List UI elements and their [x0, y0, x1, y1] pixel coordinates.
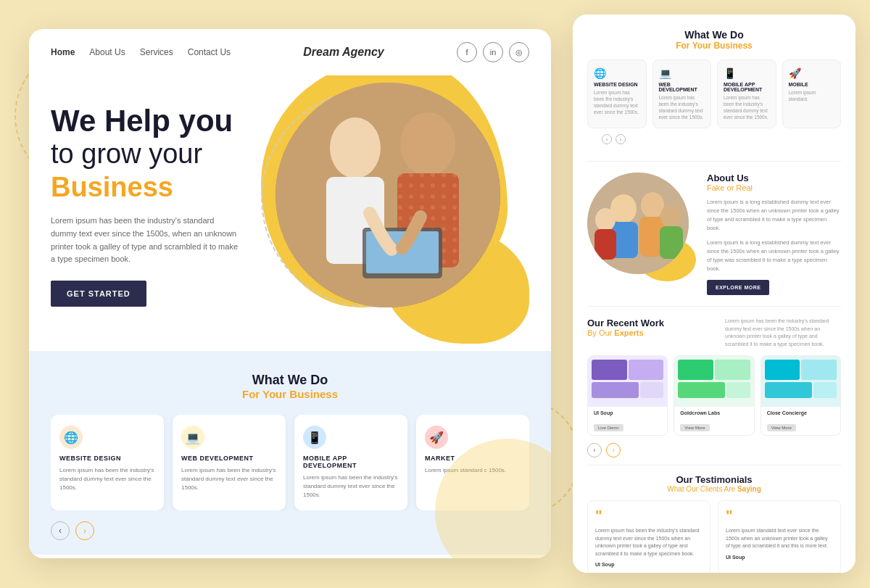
right-dot-next[interactable]: ›	[616, 134, 626, 144]
right-service-icon-3: 🚀	[789, 67, 835, 79]
about-section: About Us Fake or Real Lorem ipsum is a l…	[573, 162, 856, 306]
service-icon-2: 📱	[303, 426, 326, 449]
what-we-do-title: What We Do	[51, 373, 529, 388]
right-wwd-sub-accent: Business	[713, 41, 752, 51]
svg-point-3	[400, 112, 455, 176]
section-sub-accent: Business	[289, 388, 338, 400]
service-icon-1: 💻	[181, 426, 204, 449]
hero-heading-light: to grow your	[51, 138, 268, 171]
test-author-1: UI Soup	[726, 555, 833, 560]
about-title: About Us	[707, 173, 841, 183]
right-service-card-2: 📱 MOBILE APP DEVELOPMENT Lorem ipsum has…	[717, 59, 776, 128]
what-we-do-subtitle: For Your Business	[51, 388, 529, 400]
about-desc-2: Lorem ipsum is a long established dummy …	[707, 239, 841, 273]
recent-work-desc: Lorem ipsum has been the industry's stan…	[725, 318, 841, 348]
work-card-2: Close Concierge View More	[761, 355, 841, 436]
work-card-0: UI Soup Live Demo	[587, 355, 668, 436]
hero-section: We Help you to grow your Business Lorem …	[29, 75, 551, 351]
work-card-img-0	[588, 356, 667, 407]
right-service-card-0: 🌐 WEBSITE DESIGN Lorem ipsum has been th…	[587, 59, 647, 128]
work-cards-row: UI Soup Live Demo Goldcrown Labs View Mo…	[587, 355, 841, 436]
carousel-prev[interactable]: ‹	[51, 521, 70, 540]
right-panel: What We Do For Your Business 🌐 WEBSITE D…	[573, 15, 856, 573]
rw-arrow-prev[interactable]: ‹	[587, 443, 602, 457]
rw-arrow-next[interactable]: ›	[606, 443, 621, 457]
svg-point-14	[660, 204, 681, 228]
right-wwd-sub-text: For Your	[676, 41, 711, 51]
recent-work-title-col: Our Recent Work By Our Experts	[587, 318, 664, 337]
right-what-we-do-section: What We Do For Your Business 🌐 WEBSITE D…	[573, 15, 856, 161]
test-text-0: Lorem ipsum has been the industry's stan…	[595, 527, 703, 558]
quote-icon-0: "	[595, 508, 703, 523]
nav-links: Home About Us Services Contact Us	[51, 47, 231, 57]
nav-contact[interactable]: Contact Us	[188, 47, 231, 57]
work-card-btn-2[interactable]: View More	[767, 424, 796, 431]
right-service-title-0: WEBSITE DESIGN	[594, 82, 640, 87]
test-card-1: " Lorem ipsum standard text ever since t…	[718, 500, 841, 573]
test-sub-text: What Our Clients Are	[667, 485, 735, 493]
about-sub: Fake or Real	[707, 183, 841, 192]
get-started-button[interactable]: GET STARTED	[51, 281, 146, 307]
right-service-title-2: MOBILE APP DEVELOPMENT	[724, 82, 770, 92]
right-wwd-sub: For Your Business	[587, 41, 841, 51]
right-service-icon-0: 🌐	[594, 67, 640, 79]
work-card-label-0: UI Soup	[588, 407, 667, 419]
testimonials-title: Our Testimonials	[587, 474, 841, 485]
right-service-card-1: 💻 WEB DEVELOPMENT Lorem ipsum has been t…	[652, 59, 712, 128]
recent-work-section: Our Recent Work By Our Experts Lorem ips…	[573, 307, 856, 465]
service-title-1: WEB DEVELOPMENT	[181, 455, 277, 462]
linkedin-icon[interactable]: in	[483, 42, 503, 62]
service-desc-1: Lorem ipsum has been the industry's stan…	[181, 466, 277, 492]
about-people-svg	[587, 173, 689, 274]
section-sub-text: For Your	[242, 388, 286, 400]
test-author-0: UI Soup	[595, 562, 703, 567]
recent-work-sub: By Our Experts	[587, 328, 664, 337]
instagram-icon[interactable]: ◎	[509, 42, 529, 62]
right-service-card-3: 🚀 MOBILE Lorem ipsum standard.	[782, 59, 842, 128]
svg-rect-17	[594, 229, 616, 260]
service-card-2: 📱 MOBILE APP DEVELOPMENT Lorem ipsum has…	[294, 415, 407, 510]
recent-work-header: Our Recent Work By Our Experts Lorem ips…	[587, 318, 841, 348]
testimonials-sub: What Our Clients Are Saying	[587, 485, 841, 493]
hero-content: We Help you to grow your Business Lorem …	[51, 90, 268, 307]
about-image	[587, 173, 689, 274]
right-service-desc-3: Lorem ipsum standard.	[789, 89, 835, 102]
test-text-1: Lorem ipsum standard text ever since the…	[726, 527, 833, 550]
test-cards-row: " Lorem ipsum has been the industry's st…	[587, 500, 841, 573]
facebook-icon[interactable]: f	[457, 42, 477, 62]
right-service-title-1: WEB DEVELOPMENT	[659, 82, 705, 92]
service-title-0: WEBSITE DESIGN	[59, 455, 155, 462]
service-desc-2: Lorem ipsum has been the industry's stan…	[303, 473, 399, 500]
work-card-img-1	[674, 356, 753, 407]
what-we-do-section: What We Do For Your Business 🌐 WEBSITE D…	[29, 351, 551, 555]
nav-services[interactable]: Services	[140, 47, 173, 57]
about-image-wrap	[587, 173, 696, 281]
explore-more-button[interactable]: EXPLORE MORE	[707, 280, 769, 295]
right-services-row: 🌐 WEBSITE DESIGN Lorem ipsum has been th…	[587, 59, 841, 128]
nav-home[interactable]: Home	[51, 47, 75, 57]
service-card-1: 💻 WEB DEVELOPMENT Lorem ipsum has been t…	[173, 415, 286, 510]
hero-people-svg	[276, 83, 500, 307]
service-title-2: MOBILE APP DEVELOPMENT	[303, 455, 399, 469]
recent-work-title: Our Recent Work	[587, 318, 664, 328]
work-card-btn-1[interactable]: View More	[680, 424, 709, 431]
navbar: Home About Us Services Contact Us Dream …	[29, 29, 551, 75]
quote-icon-1: "	[726, 508, 833, 523]
svg-point-16	[595, 208, 616, 231]
rw-sub-accent: Experts	[614, 328, 643, 337]
right-dot-prev[interactable]: ‹	[602, 134, 612, 144]
about-sub-accent: Real	[736, 183, 753, 192]
right-service-desc-2: Lorem ipsum has been the industry's stan…	[724, 94, 770, 120]
service-icon-3: 🚀	[425, 426, 448, 449]
hero-image-inner	[276, 83, 500, 307]
right-service-icon-1: 💻	[659, 67, 705, 79]
carousel-next[interactable]: ›	[75, 521, 94, 540]
work-card-1: Goldcrown Labs View More	[674, 355, 754, 436]
nav-about[interactable]: About Us	[89, 47, 125, 57]
work-card-label-1: Goldcrown Labs	[674, 407, 753, 419]
test-sub-accent: Saying	[737, 485, 761, 493]
service-desc-0: Lorem ipsum has been the industry's stan…	[59, 466, 155, 492]
about-desc-1: Lorem ipsum is a long established dummy …	[707, 198, 841, 233]
social-icons: f in ◎	[457, 42, 529, 62]
work-card-btn-0[interactable]: Live Demo	[594, 424, 624, 431]
